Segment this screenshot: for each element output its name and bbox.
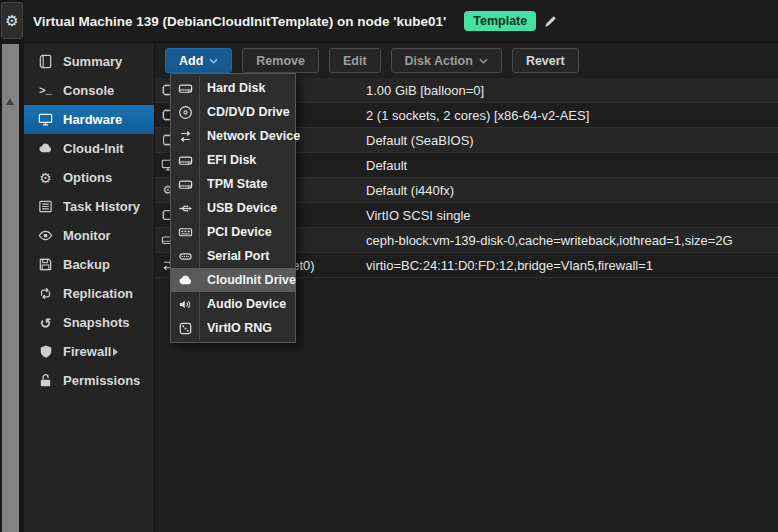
menu-item-network-device[interactable]: Network Device [171, 124, 295, 148]
settings-gear-button[interactable]: ⚙ [1, 2, 23, 39]
gear-icon: ⚙ [37, 170, 54, 186]
chevron-down-icon [479, 58, 488, 64]
row-value: Default (SeaBIOS) [360, 133, 778, 148]
unlock-icon [37, 373, 54, 388]
hdd-icon [171, 81, 199, 96]
menu-item-efi-disk[interactable]: EFI Disk [171, 148, 295, 172]
pencil-edit-icon[interactable] [544, 14, 558, 28]
titlebar: Virtual Machine 139 (DebianCloudInitTemp… [24, 0, 778, 43]
add-button[interactable]: Add [165, 48, 232, 73]
menu-item-label: CD/DVD Drive [199, 105, 290, 119]
menu-item-hard-disk[interactable]: Hard Disk [171, 76, 295, 100]
menu-item-label: Serial Port [199, 249, 270, 263]
sidebar-item-label: Hardware [63, 112, 122, 127]
menu-item-serial-port[interactable]: Serial Port [171, 244, 295, 268]
sidebar-item-hardware[interactable]: Hardware [24, 105, 154, 134]
menu-item-tpm-state[interactable]: TPM State [171, 172, 295, 196]
sidebar-item-backup[interactable]: Backup [24, 250, 154, 279]
row-value: Default [360, 158, 778, 173]
sidebar-item-monitor[interactable]: Monitor [24, 221, 154, 250]
row-value: 1.00 GiB [balloon=0] [360, 83, 778, 98]
row-value: Default (i440fx) [360, 183, 778, 198]
revert-button[interactable]: Revert [512, 48, 579, 73]
sidebar-item-label: Replication [63, 286, 133, 301]
sidebar-item-replication[interactable]: Replication [24, 279, 154, 308]
cloud-icon [37, 141, 54, 156]
sidebar-item-options[interactable]: ⚙ Options [24, 163, 154, 192]
row-value: 2 (1 sockets, 2 cores) [x86-64-v2-AES] [360, 108, 778, 123]
pci-card-icon [171, 225, 199, 240]
add-button-label: Add [179, 54, 203, 68]
list-icon [37, 199, 54, 214]
menu-item-cloudinit-drive[interactable]: CloudInit Drive [171, 268, 295, 292]
sidebar-item-label: Task History [63, 199, 140, 214]
vertical-scrollbar[interactable] [2, 44, 19, 532]
shield-icon [37, 344, 54, 359]
left-rail: ⚙ [0, 0, 24, 532]
book-icon [37, 54, 54, 69]
chevron-right-icon [113, 348, 118, 356]
sidebar-item-label: Firewall [63, 344, 111, 359]
chevron-down-icon [209, 58, 218, 64]
menu-item-label: VirtIO RNG [199, 321, 272, 335]
disk-action-button[interactable]: Disk Action [391, 48, 502, 73]
gear-icon: ⚙ [5, 12, 18, 30]
template-badge: Template [464, 11, 536, 31]
speaker-icon [171, 297, 199, 312]
edit-button-label: Edit [343, 54, 367, 68]
floppy-icon [37, 257, 54, 272]
cloud-icon [171, 273, 199, 288]
serial-port-icon [171, 249, 199, 264]
remove-button-label: Remove [256, 54, 305, 68]
sidebar-item-cloud-init[interactable]: Cloud-Init [24, 134, 154, 163]
sidebar-item-label: Monitor [63, 228, 111, 243]
sidebar-item-firewall[interactable]: Firewall [24, 337, 154, 366]
menu-item-audio-device[interactable]: Audio Device [171, 292, 295, 316]
sidebar-item-task-history[interactable]: Task History [24, 192, 154, 221]
disc-icon [171, 105, 199, 120]
menu-item-label: Network Device [199, 129, 300, 143]
history-icon: ↺ [37, 315, 54, 331]
sidebar-item-label: Cloud-Init [63, 141, 124, 156]
hdd-icon [171, 153, 199, 168]
eye-icon [37, 228, 54, 243]
sidebar-item-label: Permissions [63, 373, 140, 388]
usb-icon [171, 201, 199, 216]
menu-item-virtio-rng[interactable]: VirtIO RNG [171, 316, 295, 340]
hdd-icon [171, 177, 199, 192]
menu-item-pci-device[interactable]: PCI Device [171, 220, 295, 244]
scroll-up-icon[interactable] [6, 98, 14, 105]
menu-item-label: PCI Device [199, 225, 272, 239]
menu-item-label: Audio Device [199, 297, 286, 311]
retweet-icon [37, 286, 54, 301]
desktop-icon [37, 112, 54, 127]
menu-item-label: USB Device [199, 201, 277, 215]
row-value: virtio=BC:24:11:D0:FD:12,bridge=Vlan5,fi… [360, 258, 778, 273]
remove-button[interactable]: Remove [242, 48, 319, 73]
sidebar-item-label: Options [63, 170, 112, 185]
dice-icon [171, 321, 199, 336]
menu-item-label: CloudInit Drive [199, 273, 296, 287]
add-dropdown-menu: Hard Disk CD/DVD Drive Network Device EF… [170, 73, 296, 343]
sidebar-item-label: Snapshots [63, 315, 129, 330]
menu-item-label: TPM State [199, 177, 267, 191]
menu-item-label: EFI Disk [199, 153, 256, 167]
sidebar-item-permissions[interactable]: Permissions [24, 366, 154, 395]
sidebar-item-label: Backup [63, 257, 110, 272]
sidebar: Summary >_ Console Hardware Cloud-Init ⚙… [24, 43, 155, 532]
edit-button[interactable]: Edit [329, 48, 381, 73]
menu-item-usb-device[interactable]: USB Device [171, 196, 295, 220]
disk-action-button-label: Disk Action [405, 54, 473, 68]
sidebar-item-console[interactable]: >_ Console [24, 76, 154, 105]
exchange-icon [171, 129, 199, 144]
sidebar-item-label: Console [63, 83, 114, 98]
row-value: VirtIO SCSI single [360, 208, 778, 223]
sidebar-item-summary[interactable]: Summary [24, 47, 154, 76]
sidebar-item-label: Summary [63, 54, 122, 69]
menu-item-label: Hard Disk [199, 81, 265, 95]
page-title: Virtual Machine 139 (DebianCloudInitTemp… [33, 14, 446, 29]
sidebar-item-snapshots[interactable]: ↺ Snapshots [24, 308, 154, 337]
revert-button-label: Revert [526, 54, 565, 68]
menu-item-cd-dvd-drive[interactable]: CD/DVD Drive [171, 100, 295, 124]
row-value: ceph-block:vm-139-disk-0,cache=writeback… [360, 233, 778, 248]
